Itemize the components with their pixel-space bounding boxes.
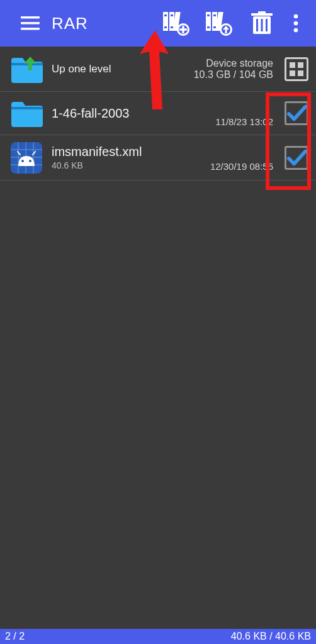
folder-icon bbox=[9, 99, 44, 128]
up-folder-icon bbox=[9, 55, 44, 84]
app-header: RAR bbox=[0, 0, 316, 47]
svg-rect-26 bbox=[266, 19, 268, 31]
app-title: RAR bbox=[52, 14, 88, 33]
list-item[interactable]: imsmanifest.xml 40.6 KB 12/30/19 08:55 bbox=[0, 135, 316, 180]
item-name: imsmanifest.xml bbox=[52, 145, 210, 159]
status-bar: 2 / 2 40.6 KB / 40.6 KB bbox=[0, 629, 316, 644]
svg-point-46 bbox=[29, 160, 31, 162]
item-name: 1-46-fall-2003 bbox=[52, 106, 215, 121]
svg-rect-19 bbox=[207, 26, 210, 28]
svg-rect-1 bbox=[21, 22, 40, 25]
svg-rect-20 bbox=[213, 26, 216, 28]
svg-rect-33 bbox=[290, 62, 295, 68]
item-size: 40.6 KB bbox=[52, 160, 210, 170]
svg-rect-13 bbox=[179, 28, 187, 30]
create-archive-button[interactable] bbox=[160, 7, 193, 40]
svg-rect-9 bbox=[171, 26, 173, 28]
up-one-level-label: Up one level bbox=[52, 63, 194, 75]
storage-value: 10.3 GB / 104 GB bbox=[194, 69, 273, 80]
svg-point-30 bbox=[294, 21, 298, 26]
svg-rect-25 bbox=[261, 19, 263, 31]
svg-rect-18 bbox=[213, 14, 216, 16]
svg-point-45 bbox=[21, 160, 24, 162]
svg-rect-2 bbox=[21, 28, 40, 30]
svg-rect-36 bbox=[298, 70, 303, 76]
svg-rect-35 bbox=[290, 70, 295, 76]
svg-rect-34 bbox=[298, 62, 303, 68]
item-date: 12/30/19 08:55 bbox=[210, 161, 273, 172]
svg-rect-6 bbox=[164, 14, 167, 16]
delete-button[interactable] bbox=[245, 7, 278, 40]
svg-rect-0 bbox=[21, 16, 40, 19]
item-checkbox[interactable] bbox=[285, 146, 308, 170]
svg-rect-7 bbox=[171, 14, 173, 16]
item-date: 11/8/23 13:02 bbox=[215, 116, 273, 127]
view-grid-toggle[interactable] bbox=[285, 57, 308, 81]
xml-file-icon bbox=[9, 143, 44, 172]
extract-archive-button[interactable] bbox=[203, 7, 235, 40]
item-checkbox[interactable] bbox=[285, 101, 308, 125]
menu-icon[interactable] bbox=[14, 7, 47, 40]
svg-rect-8 bbox=[164, 26, 167, 28]
svg-rect-37 bbox=[11, 107, 43, 109]
selection-count: 2 / 2 bbox=[5, 631, 25, 642]
more-menu-icon[interactable] bbox=[287, 7, 305, 40]
storage-label: Device storage bbox=[206, 58, 273, 69]
svg-rect-24 bbox=[256, 19, 258, 31]
selection-size: 40.6 KB / 40.6 KB bbox=[231, 631, 311, 642]
svg-point-29 bbox=[294, 14, 298, 19]
up-one-level-row[interactable]: Up one level Device storage 10.3 GB / 10… bbox=[0, 47, 316, 92]
svg-rect-28 bbox=[258, 11, 266, 14]
list-item[interactable]: 1-46-fall-2003 11/8/23 13:02 bbox=[0, 92, 316, 135]
svg-rect-17 bbox=[207, 14, 210, 16]
svg-point-31 bbox=[294, 28, 298, 33]
